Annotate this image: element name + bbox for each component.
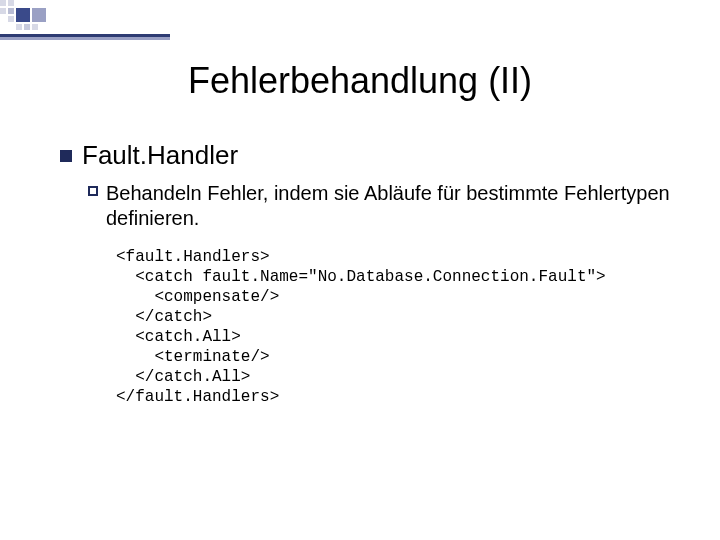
slide-body: Fault.Handler Behandeln Fehler, indem si… bbox=[60, 140, 670, 407]
list-item: Behandeln Fehler, indem sie Abläufe für … bbox=[88, 181, 670, 231]
svg-rect-5 bbox=[32, 8, 46, 22]
svg-rect-4 bbox=[16, 8, 30, 22]
svg-rect-2 bbox=[0, 8, 6, 14]
code-block: <fault.Handlers> <catch fault.Name="No.D… bbox=[116, 247, 670, 407]
list-item: Fault.Handler bbox=[60, 140, 670, 171]
bullet-square-icon bbox=[60, 150, 72, 162]
svg-rect-9 bbox=[32, 24, 38, 30]
slide: Fehlerbehandlung (II) Fault.Handler Beha… bbox=[0, 0, 720, 540]
svg-rect-8 bbox=[24, 24, 30, 30]
svg-rect-0 bbox=[0, 0, 6, 6]
svg-rect-1 bbox=[8, 0, 14, 6]
svg-rect-11 bbox=[0, 37, 170, 40]
bullet-hollow-square-icon bbox=[88, 186, 98, 196]
slide-title: Fehlerbehandlung (II) bbox=[0, 60, 720, 102]
svg-rect-6 bbox=[8, 16, 14, 22]
section-heading: Fault.Handler bbox=[82, 140, 238, 171]
svg-rect-10 bbox=[0, 34, 170, 37]
svg-rect-3 bbox=[8, 8, 14, 14]
section-description: Behandeln Fehler, indem sie Abläufe für … bbox=[106, 181, 670, 231]
svg-rect-7 bbox=[16, 24, 22, 30]
corner-decoration bbox=[0, 0, 720, 46]
